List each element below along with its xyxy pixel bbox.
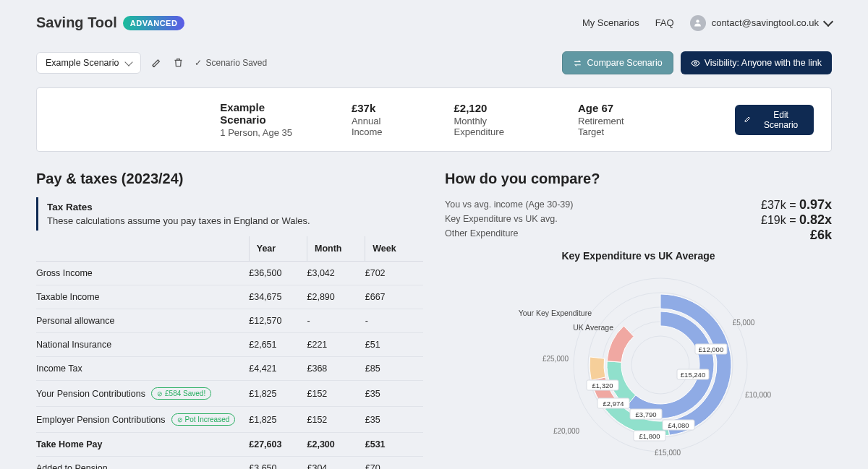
scenario-select[interactable]: Example Scenario <box>36 52 141 74</box>
compare-heading: How do you compare? <box>445 171 832 187</box>
savings-pill: Pot Increased <box>171 413 236 426</box>
svg-text:£15,000: £15,000 <box>654 449 681 457</box>
delete-icon[interactable] <box>173 57 184 69</box>
svg-text:£12,000: £12,000 <box>698 345 723 353</box>
savings-pill: £584 Saved! <box>151 387 211 400</box>
saved-status: Scenario Saved <box>195 58 267 68</box>
svg-text:Your Key Expenditure: Your Key Expenditure <box>518 309 591 317</box>
radial-chart: £5,000£10,000£15,000£20,000£25,000Your K… <box>445 267 832 469</box>
compare-icon <box>573 59 582 68</box>
table-row: Take Home Pay£27,603£2,300£531 <box>36 433 423 457</box>
top-nav: My Scenarios FAQ contact@savingtool.co.u… <box>582 15 832 31</box>
tax-rates-info: Tax Rates These calculations assume you … <box>36 197 423 231</box>
compare-scenario-button[interactable]: Compare Scenario <box>562 51 673 74</box>
visibility-button[interactable]: Visibility: Anyone with the link <box>681 51 832 74</box>
edit-icon[interactable] <box>151 57 163 69</box>
advanced-badge: ADVANCED <box>123 16 185 30</box>
compare-values: £37k = 0.97x £19k = 0.82x £6k <box>761 197 832 243</box>
chevron-down-icon <box>823 16 833 26</box>
edit-scenario-button[interactable]: Edit Scenario <box>735 105 814 135</box>
pay-table: Year Month Week Gross Income£36,500£3,04… <box>36 236 423 469</box>
pencil-icon <box>744 115 752 124</box>
svg-text:£4,080: £4,080 <box>668 421 689 429</box>
topbar: Saving Tool ADVANCED My Scenarios FAQ co… <box>36 14 832 31</box>
summary-income: £37k Annual Income <box>352 102 411 137</box>
pay-taxes-panel: Pay & taxes (2023/24) Tax Rates These ca… <box>36 171 423 469</box>
table-row: Personal allowance£12,570-- <box>36 309 423 333</box>
svg-point-0 <box>696 20 699 22</box>
svg-text:£2,974: £2,974 <box>603 400 624 408</box>
brand-title: Saving Tool <box>36 14 117 31</box>
table-row: Employer Pension ContributionsPot Increa… <box>36 407 423 433</box>
svg-text:£10,000: £10,000 <box>744 391 771 399</box>
svg-text:£1,800: £1,800 <box>639 432 660 440</box>
svg-text:£3,790: £3,790 <box>635 410 656 418</box>
nav-my-scenarios[interactable]: My Scenarios <box>582 17 639 28</box>
chevron-down-icon <box>125 58 133 66</box>
table-row: National Insurance£2,651£221£51 <box>36 333 423 357</box>
table-row: Income Tax£4,421£368£85 <box>36 357 423 381</box>
chart-title: Key Expenditure vs UK Average <box>445 250 832 262</box>
account-menu[interactable]: contact@savingtool.co.uk <box>690 15 832 31</box>
pay-heading: Pay & taxes (2023/24) <box>36 171 423 187</box>
avatar-icon <box>690 15 706 31</box>
scenario-select-label: Example Scenario <box>46 58 119 68</box>
table-row: Taxable Income£34,675£2,890£667 <box>36 285 423 309</box>
svg-text:£1,320: £1,320 <box>592 382 613 390</box>
svg-point-2 <box>631 336 689 394</box>
scenario-summary: Example Scenario 1 Person, Age 35 £37k A… <box>36 87 832 152</box>
summary-expenditure: £2,120 Monthly Expenditure <box>454 102 535 137</box>
svg-text:£25,000: £25,000 <box>542 355 569 363</box>
svg-text:UK Average: UK Average <box>573 323 613 332</box>
table-row: Your Pension Contributions£584 Saved!£1,… <box>36 381 423 407</box>
compare-labels: You vs avg. income (Age 30-39) Key Expen… <box>445 197 573 243</box>
svg-text:£5,000: £5,000 <box>732 319 754 327</box>
svg-text:£15,240: £15,240 <box>680 371 705 379</box>
compare-panel: How do you compare? You vs avg. income (… <box>445 171 832 469</box>
svg-point-1 <box>694 61 697 64</box>
summary-name: Example Scenario 1 Person, Age 35 <box>220 101 308 138</box>
summary-retirement: Age 67 Retirement Target <box>578 102 648 137</box>
svg-text:£20,000: £20,000 <box>553 427 579 435</box>
eye-icon <box>691 59 700 68</box>
scenario-bar: Example Scenario Scenario Saved Compare … <box>36 51 832 74</box>
table-row: Gross Income£36,500£3,042£702 <box>36 262 423 285</box>
nav-faq[interactable]: FAQ <box>655 17 674 28</box>
brand: Saving Tool ADVANCED <box>36 14 184 31</box>
table-row: Added to Pension£3,650£304£70 <box>36 457 423 470</box>
account-email: contact@savingtool.co.uk <box>712 17 819 28</box>
